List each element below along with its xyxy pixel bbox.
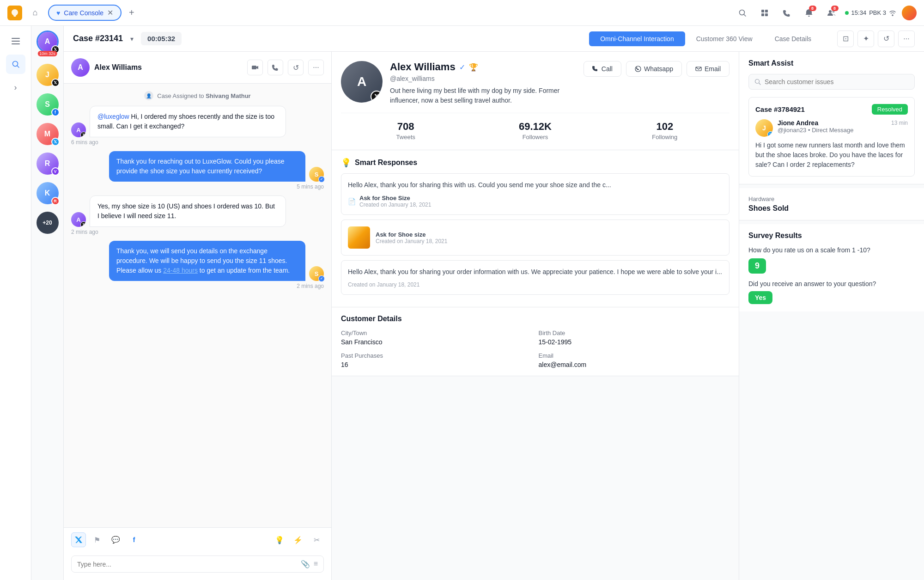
svg-rect-8 [12,38,20,39]
status-display: 15:34 PBK 3 [845,9,896,17]
svg-rect-9 [12,41,20,42]
profile-handle: @alex_williams [390,75,576,82]
chat-input-wrap: 📎 ≡ [71,556,324,573]
notifications-badge: 8 [809,6,816,11]
message-3-text: Yes, my shoe size is 10 (US) and shoes I… [97,202,275,220]
assist-message: Hi I got some new runners last month and… [755,140,908,170]
smart-response-btn[interactable]: 💡 [272,532,287,547]
new-tab-button[interactable]: + [129,7,134,18]
case-number: Case #23141 [73,34,123,43]
wifi-icon [889,9,896,17]
chat-panel: A Alex Williams ↺ ··· 👤 Case Assigned to… [64,52,332,580]
sparkle-icon[interactable]: ✦ [857,31,874,47]
smart-assist-title: Smart Assist [748,59,915,67]
svg-rect-3 [765,10,768,12]
search-nav-icon[interactable] [734,5,751,21]
notifications-icon[interactable]: 8 [801,5,817,21]
profile-bio: Out here living my best life with my dog… [390,86,576,105]
message-4: S ✓ Thank you, we will send you details … [71,241,324,289]
message-3-bubble: Yes, my shoe size is 10 (US) and shoes I… [90,195,286,227]
clip-btn[interactable]: ✂ [309,532,324,547]
profile-section: A 𝕏 Alex Williams ✓ 🏆 @alex_williams Out… [332,52,739,150]
team-badge: 8 [831,6,839,11]
profile-platform-badge: 𝕏 [371,91,383,103]
expand-icon[interactable]: ⊡ [837,31,854,47]
phone-call-button[interactable] [267,60,283,75]
assist-user-avatar: J 𝕏 [755,119,773,137]
phone-nav-icon[interactable] [778,5,795,21]
conversation-item-3[interactable]: S f [36,93,59,116]
message-1: A 𝕏 @luxeglow Hi, I ordered my shoes rec… [71,106,324,146]
quick-action-btn[interactable]: ⚡ [291,532,305,547]
message-2-bubble: Thank you for reaching out to LuxeGlow. … [109,151,305,182]
survey-title: Survey Results [748,232,915,240]
chat-refresh-button[interactable]: ↺ [288,60,304,75]
conversation-item-2[interactable]: J 𝕏 [36,64,59,86]
whatsapp-button[interactable]: Whatsapp [626,61,682,77]
conversation-item-5[interactable]: R V [36,153,59,175]
smart-assist-search[interactable] [765,78,909,85]
sidebar-menu-icon[interactable] [6,31,25,51]
smart-card-1-date: Created on January 18, 2021 [359,201,431,208]
smart-response-card-2[interactable]: Ask for Shoe size Created on January 18,… [341,220,729,256]
tweets-stat: 708 Tweets [341,121,470,140]
home-icon[interactable]: ⌂ [28,6,43,20]
smart-responses-section: 💡 Smart Responses Hello Alex, thank you … [332,150,739,307]
conversation-item-4[interactable]: M 𝕏 [36,123,59,145]
call-button[interactable]: Call [584,61,621,77]
trophy-icon: 🏆 [469,63,478,72]
customer-details-grid: City/Town San Francisco Birth Date 15-02… [341,330,729,368]
conversation-timer: 10m 32s [37,51,57,56]
bulb-icon: 💡 [341,158,351,168]
user-avatar[interactable] [902,6,917,20]
format-icon[interactable]: ≡ [314,560,318,568]
survey-score: 9 [748,258,766,274]
online-indicator [845,11,849,15]
email-button[interactable]: Email [687,61,729,77]
chat-input[interactable] [77,561,301,568]
following-stat: 102 Following [600,121,729,140]
detail-email: Email alex@email.com [539,352,730,368]
sidebar-expand-icon[interactable]: › [6,78,25,97]
chat-header: A Alex Williams ↺ ··· [64,52,331,84]
followers-stat: 69.12K Followers [470,121,600,140]
message-1-bubble: @luxeglow Hi, I ordered my shoes recentl… [90,106,286,137]
flag-channel-btn[interactable]: ⚑ [90,532,104,547]
sidebar-search-icon[interactable] [6,55,25,74]
video-call-button[interactable] [247,60,263,75]
tab-close-icon[interactable]: ✕ [107,8,113,17]
chat-more-button[interactable]: ··· [308,60,324,75]
smart-response-card-3[interactable]: Hello Alex, thank you for sharing your o… [341,260,729,295]
more-options-icon[interactable]: ··· [898,31,915,47]
refresh-icon[interactable]: ↺ [878,31,894,47]
tab-case-details[interactable]: Case Details [764,31,822,46]
message-4-time: 2 mins ago [297,283,324,289]
smart-card-2-date: Created on January 18, 2021 [376,238,447,244]
svg-line-17 [759,83,761,85]
tab-omni-channel[interactable]: Omni-Channel Interaction [589,31,685,46]
doc-icon-1: 📄 [348,198,356,205]
detail-city: City/Town San Francisco [341,330,532,346]
grid-nav-icon[interactable] [756,5,773,21]
following-label: Following [600,134,729,140]
care-console-tab[interactable]: ♥ Care Console ✕ [48,5,122,21]
assist-user-name: Jione Andrea [778,119,818,127]
whatsapp-channel-btn[interactable]: 💬 [108,532,123,547]
smart-card-1-title: Ask for Shoe Size [359,195,431,201]
message-4-link[interactable]: 24-48 hours [163,267,198,274]
conversation-item-active[interactable]: A 𝕏 10m 32s [36,31,59,53]
tab-customer-360[interactable]: Customer 360 View [685,31,764,46]
resolved-badge: Resolved [872,104,908,115]
facebook-channel-btn[interactable]: f [127,532,141,547]
twitter-channel-btn[interactable] [71,532,86,547]
conversation-item-6[interactable]: K R [36,182,59,204]
mention-luxeglow: @luxeglow [97,113,129,120]
case-dropdown-icon[interactable]: ▾ [130,35,134,43]
attachment-icon[interactable]: 📎 [301,560,310,568]
team-icon[interactable]: 8 [823,5,839,21]
more-conversations-button[interactable]: +20 [36,212,59,234]
following-count: 102 [600,121,729,133]
chat-agent-name: Alex Williams [94,63,243,72]
smart-response-card-1[interactable]: Hello Alex, thank you for sharing this w… [341,173,729,215]
case-timer: 00:05:32 [141,32,182,45]
